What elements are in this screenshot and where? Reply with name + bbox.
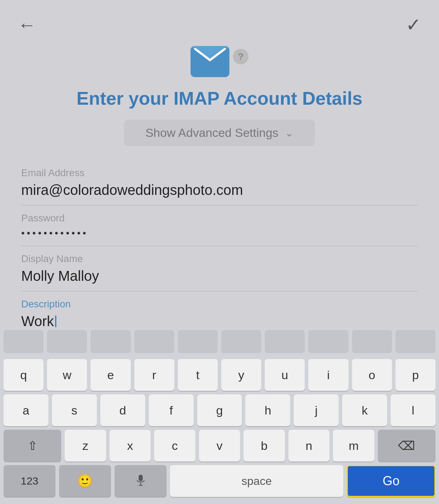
mail-icon-wrapper: ? — [191, 46, 248, 77]
top-navigation: ← ✓ — [0, 0, 439, 42]
keyboard: q w e r t y u i o p a s d f g h j k l ⇧ … — [0, 327, 439, 504]
check-button[interactable]: ✓ — [406, 14, 421, 35]
key-e[interactable]: e — [90, 359, 130, 391]
advanced-settings-wrapper: Show Advanced Settings ⌄ — [124, 120, 315, 146]
header-area: ? Enter your IMAP Account Details Show A… — [0, 46, 439, 146]
mail-icon — [191, 46, 229, 77]
key-p[interactable]: p — [396, 359, 435, 391]
microphone-icon — [134, 475, 147, 487]
display-name-label: Display Name — [21, 253, 418, 265]
back-button[interactable]: ← — [18, 14, 36, 35]
key-q[interactable]: q — [4, 359, 43, 391]
key-numbers[interactable]: 123 — [4, 465, 55, 497]
display-name-field-group: Display Name Molly Malloy — [21, 246, 418, 291]
key-u[interactable]: u — [265, 359, 305, 391]
keyboard-bottom-row: 123 🙂 space Go — [0, 465, 439, 504]
password-field-group: Password •••••••••••• — [21, 205, 418, 246]
key-z[interactable]: z — [65, 430, 106, 462]
password-label: Password — [21, 213, 418, 224]
description-label: Description — [21, 299, 418, 310]
key-delete[interactable]: ⌫ — [378, 430, 435, 462]
key-t[interactable]: t — [178, 359, 218, 391]
key-j[interactable]: j — [294, 394, 339, 426]
key-d[interactable]: d — [100, 394, 145, 426]
key-top-10[interactable] — [396, 330, 435, 353]
key-top-9[interactable] — [352, 330, 392, 353]
keyboard-top-partial-row — [0, 327, 439, 355]
key-top-5[interactable] — [178, 330, 218, 353]
key-top-3[interactable] — [90, 330, 130, 353]
key-top-1[interactable] — [4, 330, 43, 353]
email-label: Email Address — [21, 167, 418, 179]
key-n[interactable]: n — [288, 430, 330, 462]
key-go[interactable]: Go — [347, 465, 435, 497]
key-x[interactable]: x — [110, 430, 151, 462]
keyboard-main: q w e r t y u i o p a s d f g h j k l ⇧ … — [0, 355, 439, 462]
key-s[interactable]: s — [52, 394, 97, 426]
key-l[interactable]: l — [391, 394, 435, 426]
keyboard-row-3: ⇧ z x c v b n m ⌫ — [4, 430, 435, 462]
key-b[interactable]: b — [244, 430, 285, 462]
display-name-value[interactable]: Molly Malloy — [21, 268, 418, 284]
key-mic[interactable] — [115, 465, 166, 497]
key-g[interactable]: g — [197, 394, 242, 426]
key-r[interactable]: r — [134, 359, 174, 391]
key-o[interactable]: o — [352, 359, 392, 391]
email-field-group: Email Address mira@coloradoweddingsphoto… — [21, 160, 418, 205]
key-top-7[interactable] — [265, 330, 305, 353]
key-y[interactable]: y — [221, 359, 261, 391]
help-badge[interactable]: ? — [233, 49, 248, 64]
show-advanced-settings-button[interactable]: Show Advanced Settings ⌄ — [124, 120, 315, 146]
chevron-down-icon: ⌄ — [285, 127, 294, 139]
key-m[interactable]: m — [333, 430, 374, 462]
key-space[interactable]: space — [170, 465, 343, 497]
key-a[interactable]: a — [4, 394, 48, 426]
key-top-4[interactable] — [134, 330, 174, 353]
key-k[interactable]: k — [342, 394, 387, 426]
key-w[interactable]: w — [47, 359, 87, 391]
email-value[interactable]: mira@coloradoweddingsphoto.com — [21, 182, 418, 198]
key-f[interactable]: f — [149, 394, 194, 426]
key-shift[interactable]: ⇧ — [4, 430, 61, 462]
password-value[interactable]: •••••••••••• — [21, 227, 418, 239]
keyboard-row-1: q w e r t y u i o p — [4, 359, 435, 391]
key-c[interactable]: c — [154, 430, 195, 462]
mail-chevron-icon — [191, 46, 229, 66]
page-title: Enter your IMAP Account Details — [76, 88, 362, 109]
key-i[interactable]: i — [308, 359, 348, 391]
help-icon: ? — [238, 51, 244, 62]
key-top-6[interactable] — [221, 330, 261, 353]
key-v[interactable]: v — [199, 430, 240, 462]
key-top-8[interactable] — [308, 330, 348, 353]
advanced-settings-label: Show Advanced Settings — [145, 126, 278, 140]
form-area: Email Address mira@coloradoweddingsphoto… — [0, 160, 439, 337]
key-top-2[interactable] — [47, 330, 87, 353]
key-emoji[interactable]: 🙂 — [59, 465, 111, 497]
svg-rect-0 — [139, 475, 143, 481]
key-h[interactable]: h — [245, 394, 290, 426]
keyboard-row-2: a s d f g h j k l — [4, 394, 435, 426]
